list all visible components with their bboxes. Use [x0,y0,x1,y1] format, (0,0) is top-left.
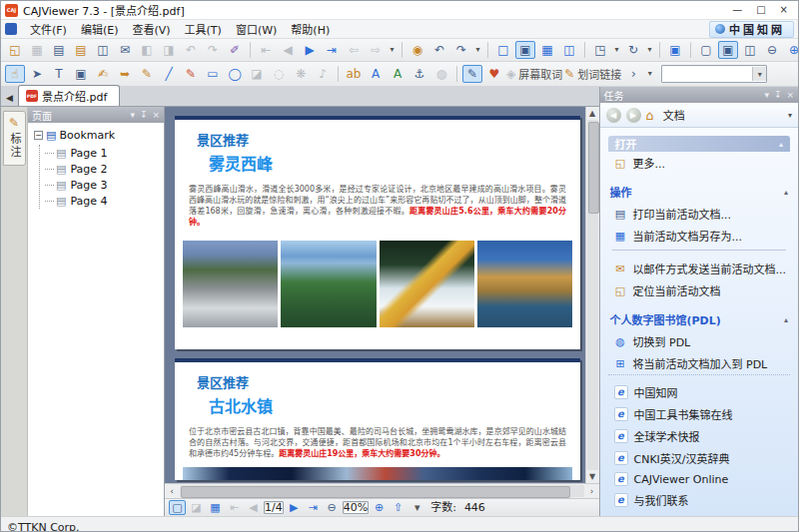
sound-tool-icon[interactable]: ♪ [313,65,333,83]
fit-visible-icon[interactable]: ◫ [740,41,760,59]
actual-size-icon[interactable]: ▢ [696,41,716,59]
panel-pin-icon[interactable]: ↧ [774,90,782,100]
web-link-item[interactable]: e 中国工具书集锦在线 [608,403,791,425]
panel-close-icon[interactable]: × [786,90,794,100]
more-chevron-icon[interactable]: › [623,65,643,83]
draw-note-icon[interactable]: ✎ [137,65,157,83]
section-pdl-header[interactable]: 个人数字图书馆(PDL) ▴ [608,311,791,327]
stamp-icon[interactable]: ✐ [225,41,245,59]
menu-window[interactable]: 窗口(W) [229,20,284,38]
highlighter-icon[interactable]: ab [344,65,364,83]
task-nav-dropdown-icon[interactable]: ▾ [788,111,792,120]
knowledge-node-icon[interactable]: ♥ [484,65,504,83]
word-link-button[interactable]: ✎划词链接 [564,65,621,83]
settings-tool-icon[interactable]: ❋ [291,65,311,83]
h-scroll-thumb[interactable] [181,486,570,498]
pdf-page-1[interactable]: 景区推荐 雾灵西峰 雾灵西峰高山滑水，滑道全长3000多米，是经过专家论证设计，… [175,116,580,349]
tab-scroll-left-icon[interactable]: ◀ [3,93,18,106]
mail-doc-item[interactable]: ✉ 以邮件方式发送当前活动文档... [608,258,791,279]
next-page-icon[interactable]: ▶ [286,500,303,515]
zoom-out-icon[interactable]: ⊖ [762,41,782,59]
task-back-icon[interactable]: ◀ [606,108,621,123]
tile-view-icon[interactable]: ▦ [537,41,557,59]
single-page-view-icon[interactable]: □ [493,41,513,59]
ellipse-tool-icon[interactable]: ◯ [225,65,245,83]
text-green-icon[interactable]: A [388,65,407,83]
section-open-header[interactable]: 打开 ▴ [608,136,791,152]
next-page-icon[interactable]: ▶ [300,41,320,59]
view-single-icon[interactable]: ▢ [169,500,186,515]
pdf-page-2[interactable]: 景区推荐 古北水镇 位于北京市密云县古北口镇，背靠中国最美、最险的司马台长城，坐… [175,358,580,480]
prev-page-icon[interactable]: ◀ [278,41,298,59]
panel-dropdown-icon[interactable]: ▾ [764,90,769,100]
bookmark-root[interactable]: − ▤ Bookmark [34,129,162,142]
document-tab[interactable]: PDF 景点介绍.pdf [18,85,120,106]
collapse-section-icon[interactable]: ▴ [779,140,783,149]
fullscreen-icon[interactable]: ▣ [665,41,685,59]
cnki-brand-badge[interactable]: 中国知网 [709,21,794,38]
menu-help[interactable]: 帮助(H) [284,20,337,38]
v-scroll-thumb[interactable] [588,122,599,214]
collapse-icon[interactable]: − [34,131,43,140]
anchor-icon[interactable]: ⚓ [409,65,429,83]
panel-dropdown-icon[interactable]: ▾ [130,110,135,120]
save-as-item[interactable]: ▦ 当前活动文档另存为... [608,225,791,247]
jump-icon[interactable]: ➥ [115,65,135,83]
zoom-field[interactable]: 40% [343,501,369,514]
view-facing-icon[interactable]: ▦ [207,500,224,515]
panel-pin-icon[interactable]: ↧ [140,110,148,120]
collapse-section-icon[interactable]: ▴ [784,315,788,324]
last-page-icon[interactable]: ⇥ [305,500,322,515]
print-current-icon[interactable]: ▤ [71,41,91,59]
bookmark-page-item[interactable]: ▤ Page 4 [40,193,162,209]
redo-icon[interactable]: ↷ [203,41,223,59]
web-link-item[interactable]: e CAJViewer Online [608,469,791,489]
mail-icon[interactable]: ✉ [115,41,135,59]
close-button[interactable]: × [780,5,788,15]
menu-edit[interactable]: 编辑(E) [74,20,126,38]
undo-icon[interactable]: ↶ [181,41,201,59]
zoom-in-icon[interactable]: ⊕ [784,41,798,59]
view-continuous-icon[interactable]: ◪ [188,500,205,515]
home-icon[interactable]: ⌂ [646,108,654,123]
menu-file[interactable]: 文件(F) [23,20,74,38]
zoom-out-icon[interactable]: ⊖ [324,500,341,515]
hand-tool-icon[interactable]: ☝ [5,65,25,83]
line-tool-icon[interactable]: ╱ [159,65,179,83]
first-page-icon[interactable]: ⇤ [226,500,243,515]
layout-dropdown-icon[interactable]: ▾ [612,41,621,59]
rect-tool-icon[interactable]: ▭ [203,65,223,83]
document-viewport[interactable]: 景区推荐 雾灵西峰 雾灵西峰高山滑水，滑道全长3000多米，是经过专家论证设计，… [165,107,599,483]
rotate-left-icon[interactable]: ↶ [429,41,449,59]
panel-close-icon[interactable]: × [152,110,160,120]
page-number-field[interactable]: 1/4 [264,501,284,514]
search-combo-box[interactable]: ▾ [661,65,767,83]
prev-page-icon[interactable]: ◀ [245,500,262,515]
pencil-tool-icon[interactable]: ✎ [181,65,201,83]
toolbar-options-icon[interactable]: ▾ [645,65,654,83]
zoom-in-icon[interactable]: ⊕ [371,500,388,515]
collapse-section-icon[interactable]: ▴ [784,188,788,197]
switch-pdl-item[interactable]: ◍ 切换到 PDL [608,330,791,352]
maximize-button[interactable]: □ [756,5,765,15]
vertical-scrollbar[interactable]: ▲ ▼ [585,107,599,483]
scroll-left-icon[interactable]: ‹ [165,486,179,496]
web-tool-icon[interactable]: ◍ [431,65,451,83]
locate-doc-item[interactable]: ◱ 定位当前活动文档 [608,279,791,301]
paste-icon[interactable]: ◨ [159,41,179,59]
rotate-page-icon[interactable]: ↻ [623,41,643,59]
web-link-item[interactable]: e CNKI英汉/汉英辞典 [608,447,791,469]
menu-tools[interactable]: 工具(T) [178,20,229,38]
open-icon[interactable]: ◱ [5,41,25,59]
web-link-item[interactable]: e 与我们联系 [608,489,791,511]
forward-icon[interactable]: ⇨ [366,41,386,59]
fit-mode-icon[interactable]: ⇧ [390,500,406,515]
image-select-icon[interactable]: ▣ [71,65,91,83]
fit-page-icon[interactable]: ▣ [718,41,738,59]
web-link-item[interactable]: e 中国知网 [608,381,791,403]
layout-icon[interactable]: ◳ [590,41,610,59]
combo-dropdown-icon[interactable]: ▾ [752,67,766,81]
screen-capture-button[interactable]: ◈屏幕取词 [506,65,562,83]
section-operations-header[interactable]: 操作 ▴ [608,184,791,200]
text-select-icon[interactable]: T [49,65,69,83]
